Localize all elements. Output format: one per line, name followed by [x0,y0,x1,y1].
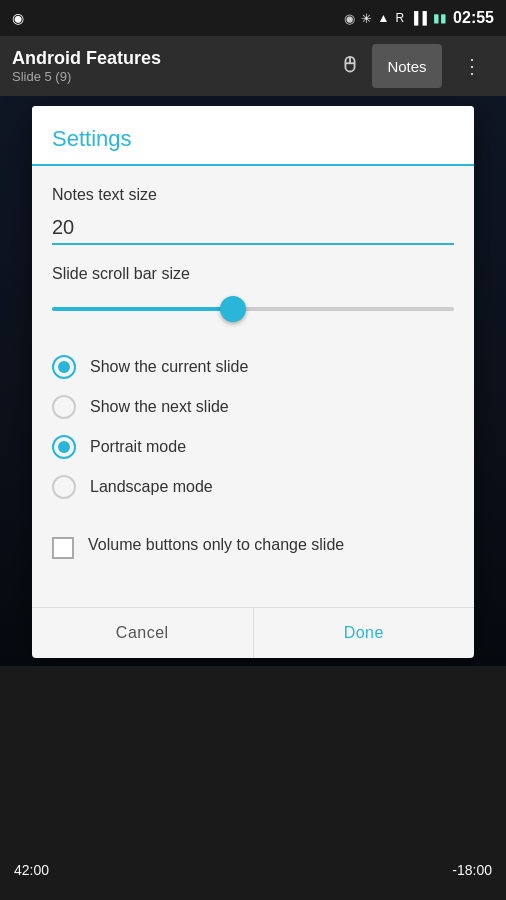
cancel-button[interactable]: Cancel [32,608,254,658]
slider-fill [52,307,233,311]
bluetooth-icon: ✳ [361,11,372,26]
app-title-section: Android Features Slide 5 (9) [12,48,161,84]
toolbar-actions: Notes [336,44,494,88]
notes-text-size-input[interactable] [52,212,454,243]
time-remaining: -18:00 [452,862,492,878]
scroll-bar-size-section: Slide scroll bar size [52,265,454,323]
battery-icon: ▮▮ [433,11,447,25]
notes-text-size-label: Notes text size [52,186,454,204]
app-subtitle: Slide 5 (9) [12,69,161,84]
eye-icon: ◉ [344,11,355,26]
status-bar: ◉ ◉ ✳ ▲ R ▐▐ ▮▮ 02:55 [0,0,506,36]
time-elapsed: 42:00 [14,862,49,878]
volume-buttons-label: Volume buttons only to change slide [88,535,344,556]
bottom-bar: 42:00 -18:00 [0,840,506,900]
radio-label-portrait: Portrait mode [90,438,186,456]
volume-buttons-checkbox-item[interactable]: Volume buttons only to change slide [52,527,454,567]
slider-track [52,307,454,311]
dialog-body: Notes text size Slide scroll bar size [32,166,474,607]
settings-dialog: Settings Notes text size Slide scroll ba… [32,106,474,658]
slider-thumb[interactable] [220,296,246,322]
dialog-buttons: Cancel Done [32,607,474,658]
radio-group: Show the current slide Show the next sli… [52,347,454,507]
slide-area: Settings Notes text size Slide scroll ba… [0,96,506,666]
signal-r-icon: R [395,11,404,25]
radio-current-slide[interactable]: Show the current slide [52,347,454,387]
status-time: 02:55 [453,9,494,27]
gps-icon: ◉ [12,10,24,26]
app-toolbar: Android Features Slide 5 (9) Notes [0,36,506,96]
radio-next-slide[interactable]: Show the next slide [52,387,454,427]
done-button[interactable]: Done [254,608,475,658]
radio-label-next: Show the next slide [90,398,229,416]
radio-circle-portrait [52,435,76,459]
radio-inner-current [58,361,70,373]
notes-button[interactable]: Notes [372,44,442,88]
radio-circle-landscape [52,475,76,499]
wifi-icon: ▲ [378,11,390,25]
radio-inner-portrait [58,441,70,453]
status-icons-right: ◉ ✳ ▲ R ▐▐ ▮▮ 02:55 [344,9,495,27]
volume-buttons-checkbox[interactable] [52,537,74,559]
more-options-icon[interactable] [450,44,494,88]
radio-label-landscape: Landscape mode [90,478,213,496]
dialog-title: Settings [52,126,454,164]
radio-landscape[interactable]: Landscape mode [52,467,454,507]
radio-circle-next [52,395,76,419]
radio-label-current: Show the current slide [90,358,248,376]
radio-portrait[interactable]: Portrait mode [52,427,454,467]
slider-wrapper[interactable] [52,295,454,323]
notes-text-size-input-wrapper [52,212,454,245]
scroll-bar-size-label: Slide scroll bar size [52,265,454,283]
checkbox-section: Volume buttons only to change slide [52,527,454,567]
app-title: Android Features [12,48,161,69]
mouse-icon[interactable] [336,52,364,80]
dialog-title-bar: Settings [32,106,474,166]
signal-bars-icon: ▐▐ [410,11,427,25]
radio-circle-current [52,355,76,379]
status-icons-left: ◉ [12,10,24,26]
